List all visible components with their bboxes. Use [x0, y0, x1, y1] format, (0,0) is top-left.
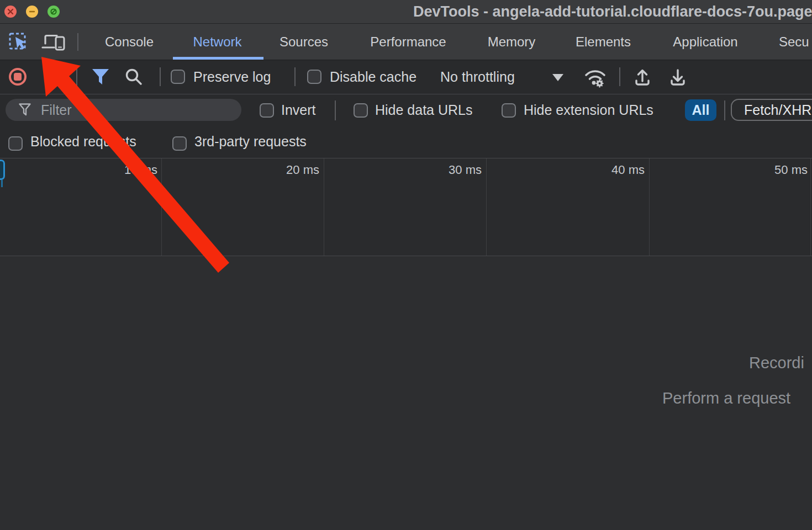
close-button[interactable]	[4, 6, 17, 18]
tab-sources[interactable]: Sources	[275, 24, 333, 60]
filter-separator	[724, 100, 725, 120]
search-button[interactable]	[123, 66, 145, 88]
perform-request-hint-text: Perform a request	[662, 389, 790, 407]
active-tab-underline	[173, 57, 263, 60]
checkbox-box	[502, 103, 516, 118]
overview-selection-handle-tail	[1, 180, 3, 187]
recording-status-text: Recordi	[749, 354, 804, 372]
devtools-window: DevTools - angela-add-tutorial.cloudflar…	[0, 0, 812, 530]
request-filters-row: Blocked requests 3rd-party requests	[0, 126, 812, 158]
checkbox-box	[307, 70, 321, 84]
hide-extension-urls-label: Hide extension URLs	[524, 94, 653, 126]
checkbox-box	[8, 136, 23, 151]
export-har-button[interactable]	[666, 65, 689, 88]
toggle-device-toolbar-button[interactable]	[40, 30, 67, 54]
upload-icon	[632, 66, 653, 87]
timeline-tick: 50 ms	[741, 163, 808, 177]
preserve-log-label: Preserve log	[193, 60, 271, 94]
record-stop-icon	[7, 66, 28, 87]
minimize-icon	[29, 8, 35, 15]
request-type-chip-all[interactable]: All	[685, 99, 716, 121]
checkbox-box	[171, 70, 185, 84]
tab-network[interactable]: Network	[187, 24, 247, 60]
checkbox-box	[172, 136, 187, 151]
search-icon	[124, 67, 144, 87]
tab-application[interactable]: Application	[666, 24, 745, 60]
filter-input[interactable]	[40, 102, 241, 119]
timeline-gridline	[649, 158, 650, 256]
tab-console[interactable]: Console	[101, 24, 157, 60]
download-icon	[667, 66, 688, 87]
timeline-tick: 20 ms	[253, 163, 319, 177]
filter-separator	[335, 100, 336, 120]
network-overview-timeline[interactable]: 10 ms 20 ms 30 ms 40 ms 50 ms	[0, 158, 812, 256]
filter-toggle-button[interactable]	[89, 66, 112, 88]
clear-network-log-button[interactable]	[42, 66, 64, 88]
timeline-gridline	[161, 158, 162, 256]
tab-security[interactable]: Secu	[779, 24, 812, 60]
network-requests-panel: Recordi Perform a request	[0, 257, 812, 530]
invert-label: Invert	[281, 94, 316, 126]
throttling-value: No throttling	[440, 60, 515, 94]
zoom-icon	[50, 8, 57, 15]
third-party-requests-label: 3rd-party requests	[194, 126, 307, 157]
network-conditions-button[interactable]	[583, 65, 608, 88]
funnel-icon	[91, 68, 110, 86]
tab-performance[interactable]: Performance	[362, 24, 454, 60]
timeline-tick: 10 ms	[91, 163, 157, 177]
request-type-chip-fetch-xhr[interactable]: Fetch/XHR	[731, 99, 812, 121]
minimize-button[interactable]	[26, 6, 38, 18]
device-toolbar-icon	[41, 31, 66, 52]
window-title: DevTools - angela-add-tutorial.cloudflar…	[413, 0, 812, 23]
toolbar-separator	[294, 67, 296, 86]
overview-selection-handle[interactable]	[0, 160, 5, 180]
filter-input-container[interactable]	[6, 99, 241, 121]
checkbox-box	[354, 103, 368, 118]
toolbar-separator	[76, 67, 77, 86]
zoom-button[interactable]	[48, 6, 60, 18]
tab-memory[interactable]: Memory	[483, 24, 540, 60]
chevron-down-icon	[552, 74, 563, 81]
title-bar: DevTools - angela-add-tutorial.cloudflar…	[0, 0, 812, 24]
import-har-button[interactable]	[631, 65, 654, 88]
timeline-tick: 40 ms	[578, 163, 645, 177]
timeline-gridline	[324, 158, 324, 256]
tab-elements[interactable]: Elements	[571, 24, 635, 60]
network-filter-bar: Invert Hide data URLs Hide extension URL…	[0, 94, 812, 126]
toolbar-separator	[160, 67, 161, 86]
funnel-icon	[19, 103, 31, 116]
clear-icon	[44, 67, 62, 86]
close-icon	[7, 8, 14, 15]
inspect-cursor-icon	[8, 32, 29, 52]
toolbar-separator	[619, 67, 620, 86]
timeline-tick: 30 ms	[415, 163, 482, 177]
disable-cache-label: Disable cache	[330, 60, 416, 94]
blocked-requests-label: Blocked requests	[30, 126, 136, 157]
timeline-gridline	[810, 158, 811, 256]
devtools-tab-bar: Console Network Sources Performance Memo…	[0, 24, 812, 60]
checkbox-box	[260, 103, 274, 118]
inspect-element-button[interactable]	[7, 30, 31, 54]
network-toolbar: Preserve log Disable cache No throttling	[0, 60, 812, 94]
tabbar-separator	[77, 33, 78, 51]
hide-data-urls-label: Hide data URLs	[375, 94, 472, 126]
stop-recording-button[interactable]	[7, 66, 29, 88]
timeline-gridline	[486, 158, 487, 256]
network-conditions-icon	[583, 66, 608, 88]
